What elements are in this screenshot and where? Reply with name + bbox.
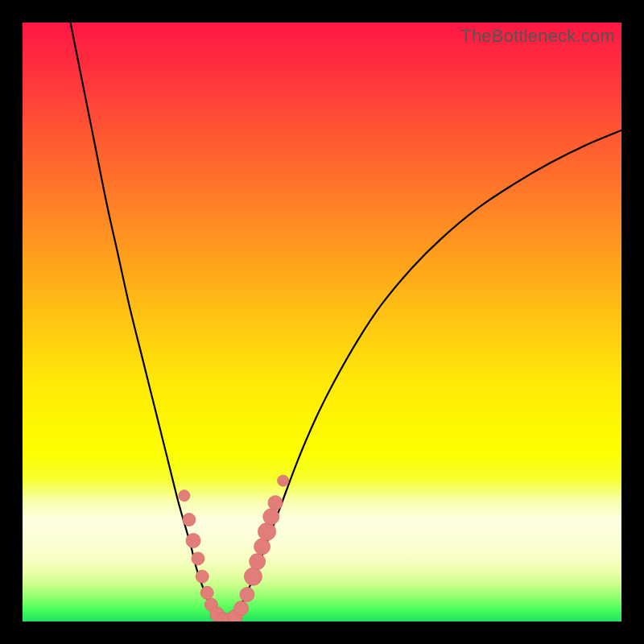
- curve-right-curve: [226, 130, 621, 621]
- data-point: [179, 490, 190, 502]
- data-point: [254, 539, 270, 555]
- curve-left-curve: [71, 23, 226, 621]
- data-point: [263, 509, 279, 525]
- data-point: [196, 570, 208, 583]
- series-group: [71, 23, 621, 621]
- plot-area: TheBottleneck.com: [23, 23, 621, 621]
- data-point: [240, 588, 254, 602]
- data-point: [183, 514, 196, 526]
- chart-outer-frame: TheBottleneck.com: [0, 0, 644, 644]
- points-group: [179, 475, 289, 621]
- data-point: [244, 568, 262, 585]
- data-point: [258, 522, 276, 540]
- data-point: [250, 554, 266, 570]
- data-point: [192, 552, 204, 565]
- data-point: [200, 586, 213, 599]
- data-point: [268, 496, 283, 510]
- data-point: [278, 475, 289, 486]
- data-point: [186, 534, 200, 548]
- data-point: [234, 601, 249, 616]
- chart-svg: [23, 23, 621, 621]
